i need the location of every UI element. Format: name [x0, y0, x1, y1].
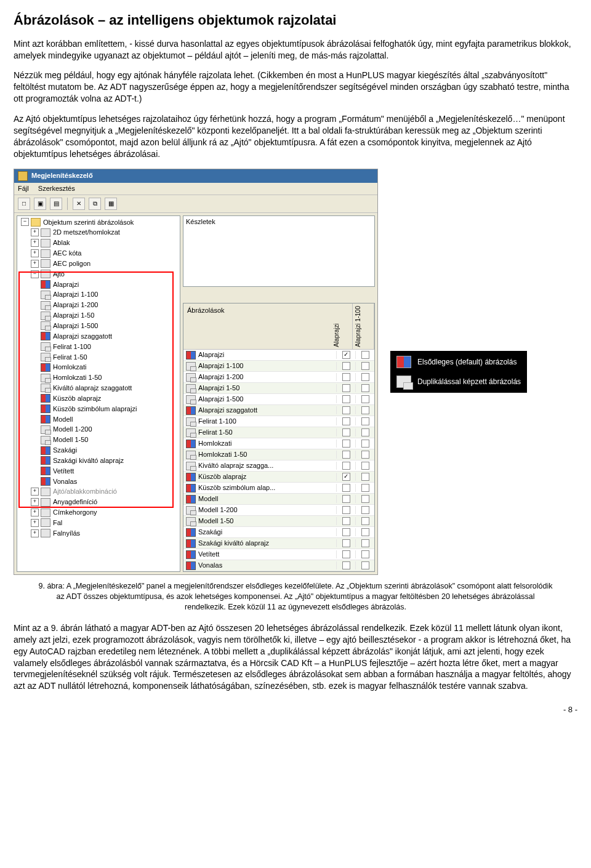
- expand-icon[interactable]: +: [31, 228, 39, 236]
- tree-node[interactable]: +2D metszet/homlokzat: [18, 227, 179, 238]
- tree-node-ajto[interactable]: − Ajtó: [18, 269, 179, 279]
- tree-leaf[interactable]: Alaprajzi 1-100: [18, 289, 179, 300]
- checkbox[interactable]: [342, 362, 350, 370]
- checkbox[interactable]: [361, 440, 369, 448]
- checkbox[interactable]: [342, 550, 350, 558]
- matrix-row[interactable]: Alaprajzi 1-200: [183, 372, 374, 383]
- tree-node[interactable]: +Címkehorgony: [18, 507, 179, 518]
- checkbox[interactable]: [342, 406, 350, 414]
- tree-leaf[interactable]: Küszöb szimbólum alaprajzi: [18, 404, 179, 414]
- sets-panel[interactable]: Készletek: [183, 215, 375, 287]
- checkbox[interactable]: ✓: [342, 473, 350, 481]
- checkbox[interactable]: [361, 550, 369, 558]
- expand-icon[interactable]: +: [31, 260, 39, 268]
- expand-icon[interactable]: +: [31, 249, 39, 257]
- matrix-row[interactable]: Modell 1-200: [183, 505, 374, 516]
- checkbox[interactable]: [342, 561, 350, 569]
- matrix-row[interactable]: Alaprajzi 1-100: [183, 361, 374, 372]
- checkbox[interactable]: [342, 428, 350, 436]
- tool-open-icon[interactable]: ▣: [34, 198, 46, 210]
- checkbox[interactable]: [342, 539, 350, 547]
- tree-node[interactable]: +Falnyílás: [18, 528, 179, 539]
- checkbox[interactable]: [342, 373, 350, 381]
- checkbox[interactable]: [342, 395, 350, 403]
- matrix-row[interactable]: Küszöb alaprajz✓: [183, 472, 374, 483]
- matrix-row[interactable]: Vetített: [183, 549, 374, 560]
- tool-cut-icon[interactable]: ✕: [73, 198, 85, 210]
- tree-node[interactable]: +Anyagdefiníció: [18, 497, 179, 507]
- tree-leaf[interactable]: Felirat 1-50: [18, 352, 179, 363]
- matrix-row[interactable]: Alaprajzi 1-500: [183, 394, 374, 405]
- menu-edit[interactable]: Szerkesztés: [38, 185, 75, 192]
- checkbox[interactable]: [361, 517, 369, 525]
- checkbox[interactable]: [361, 561, 369, 569]
- matrix-row[interactable]: Szakági kiváltó alaprajz: [183, 538, 374, 549]
- checkbox[interactable]: [361, 528, 369, 536]
- tree-node[interactable]: +Ablak: [18, 238, 179, 248]
- tree-leaf[interactable]: Kiváltó alaprajz szaggatott: [18, 383, 179, 393]
- tree-leaf[interactable]: Alaprajzi 1-500: [18, 321, 179, 331]
- tool-paste-icon[interactable]: ▦: [105, 198, 117, 210]
- tree-leaf[interactable]: Vetített: [18, 466, 179, 476]
- expand-icon[interactable]: +: [31, 498, 39, 506]
- checkbox[interactable]: [342, 417, 350, 425]
- tree-node[interactable]: +AEC poligon: [18, 259, 179, 269]
- tree-node-ajto-kombo[interactable]: + Ajtó/ablakkombináció: [18, 486, 179, 497]
- checkbox[interactable]: [342, 528, 350, 536]
- checkbox[interactable]: [361, 384, 369, 392]
- tree-leaf[interactable]: Homlokzati: [18, 362, 179, 372]
- matrix-row[interactable]: Küszöb szimbólum alap...: [183, 483, 374, 494]
- expand-icon[interactable]: +: [31, 239, 39, 247]
- tree-leaf[interactable]: Szakági kiváltó alaprajz: [18, 456, 179, 466]
- checkbox[interactable]: [361, 539, 369, 547]
- tree-node[interactable]: +AEC kóta: [18, 248, 179, 259]
- expand-icon[interactable]: +: [31, 519, 39, 527]
- tree-pane[interactable]: − Objektum szerinti ábrázolások +2D mets…: [17, 215, 180, 573]
- matrix-row[interactable]: Modell: [183, 494, 374, 505]
- matrix-row[interactable]: Homlokzati 1-50: [183, 449, 374, 460]
- tree-leaf[interactable]: Küszöb alaprajz: [18, 393, 179, 404]
- tree-leaf[interactable]: Szakági: [18, 445, 179, 456]
- representations-matrix[interactable]: Ábrázolások Alaprajzi Alaprajzi 1-100 Al…: [183, 303, 375, 573]
- checkbox[interactable]: [342, 451, 350, 459]
- tree-leaf[interactable]: Felirat 1-100: [18, 342, 179, 352]
- matrix-row[interactable]: Szakági: [183, 527, 374, 538]
- checkbox[interactable]: [361, 395, 369, 403]
- menu-file[interactable]: Fájl: [18, 185, 29, 192]
- checkbox[interactable]: [361, 362, 369, 370]
- matrix-row[interactable]: Modell 1-50: [183, 516, 374, 527]
- tree-leaf[interactable]: Homlokzati 1-50: [18, 372, 179, 383]
- tree-leaf[interactable]: Alaprajzi 1-200: [18, 300, 179, 310]
- checkbox[interactable]: [342, 506, 350, 514]
- checkbox[interactable]: [361, 451, 369, 459]
- tree-leaf[interactable]: Alaprajzi 1-50: [18, 310, 179, 321]
- matrix-row[interactable]: Alaprajzi szaggatott: [183, 405, 374, 416]
- expand-icon[interactable]: −: [31, 270, 39, 278]
- tree-leaf[interactable]: Alaprajzi szaggatott: [18, 331, 179, 342]
- checkbox[interactable]: ✓: [342, 351, 350, 359]
- window-titlebar[interactable]: Megjelenítéskezelő: [14, 169, 377, 183]
- tool-new-icon[interactable]: □: [18, 198, 30, 210]
- tree-root[interactable]: − Objektum szerinti ábrázolások: [18, 217, 179, 228]
- checkbox[interactable]: [342, 440, 350, 448]
- tree-leaf[interactable]: Modell: [18, 414, 179, 425]
- checkbox[interactable]: [361, 495, 369, 503]
- checkbox[interactable]: [361, 462, 369, 470]
- checkbox[interactable]: [361, 417, 369, 425]
- expand-icon[interactable]: +: [31, 529, 39, 537]
- expand-icon[interactable]: +: [31, 488, 39, 496]
- tree-leaf[interactable]: Alaprajzi: [18, 279, 179, 290]
- checkbox[interactable]: [342, 495, 350, 503]
- tree-leaf[interactable]: Modell 1-50: [18, 435, 179, 445]
- checkbox[interactable]: [361, 473, 369, 481]
- matrix-row[interactable]: Felirat 1-50: [183, 427, 374, 438]
- matrix-row[interactable]: Homlokzati: [183, 438, 374, 449]
- expand-icon[interactable]: −: [21, 218, 29, 226]
- matrix-row[interactable]: Alaprajzi 1-50: [183, 383, 374, 394]
- checkbox[interactable]: [342, 517, 350, 525]
- checkbox[interactable]: [342, 484, 350, 492]
- checkbox[interactable]: [361, 428, 369, 436]
- tree-node[interactable]: +Fal: [18, 518, 179, 528]
- checkbox[interactable]: [342, 384, 350, 392]
- matrix-row[interactable]: Felirat 1-100: [183, 416, 374, 427]
